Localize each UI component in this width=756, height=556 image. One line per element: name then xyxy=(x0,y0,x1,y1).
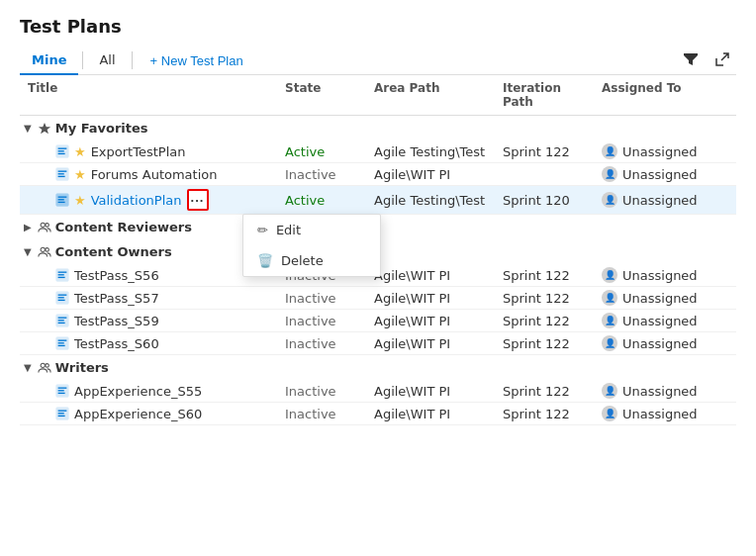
svg-rect-11 xyxy=(58,202,65,203)
svg-point-32 xyxy=(41,363,45,367)
tab-divider xyxy=(82,51,83,69)
row-iteration-cell: Sprint 122 xyxy=(495,144,594,159)
svg-rect-27 xyxy=(58,323,65,324)
iteration-value: Sprint 122 xyxy=(503,407,570,421)
svg-rect-41 xyxy=(58,416,65,417)
area-path-value: Agile\WIT PI xyxy=(374,384,450,399)
table-row: TestPass_S57 Inactive Agile\WIT PI Sprin… xyxy=(20,287,736,310)
iteration-value: Sprint 122 xyxy=(503,336,570,351)
row-plan-name[interactable]: Forums Automation xyxy=(91,167,218,182)
tab-mine[interactable]: Mine xyxy=(20,46,78,75)
assigned-value: Unassigned xyxy=(622,314,698,328)
star-icon-filled[interactable]: ★ xyxy=(74,144,86,159)
state-value: Inactive xyxy=(285,291,336,306)
svg-point-33 xyxy=(46,363,49,367)
svg-rect-37 xyxy=(58,393,65,394)
section-my-favorites[interactable]: ▼ My Favorites xyxy=(20,116,736,140)
test-plan-icon xyxy=(55,193,69,207)
table-row-validation-plan: ★ ValidationPlan ··· Active Agile Testin… xyxy=(20,186,736,215)
test-plan-icon xyxy=(55,167,69,181)
row-state-cell: Inactive xyxy=(277,336,366,351)
svg-rect-39 xyxy=(58,411,67,412)
row-assigned-cell: 👤 Unassigned xyxy=(594,335,712,351)
user-avatar-icon: 👤 xyxy=(602,383,617,399)
row-plan-name[interactable]: TestPass_S59 xyxy=(74,314,159,328)
row-assigned-cell: 👤 Unassigned xyxy=(594,267,712,283)
col-state: State xyxy=(277,81,366,109)
state-value: Inactive xyxy=(285,407,336,421)
group-section-icon xyxy=(38,221,51,234)
table-header: Title State Area Path Iteration Path Ass… xyxy=(20,75,736,116)
row-assigned-cell: 👤 Unassigned xyxy=(594,406,712,421)
filter-icon[interactable] xyxy=(681,49,701,72)
page-title: Test Plans xyxy=(20,16,736,37)
star-icon-filled[interactable]: ★ xyxy=(74,193,86,208)
row-assigned-cell: 👤 Unassigned xyxy=(594,383,712,399)
svg-rect-2 xyxy=(58,150,64,151)
svg-point-14 xyxy=(41,247,45,251)
row-iteration-cell: Sprint 120 xyxy=(495,193,594,208)
star-icon-filled[interactable]: ★ xyxy=(74,167,86,182)
context-menu-edit[interactable]: ✏️ Edit xyxy=(243,215,380,245)
row-plan-name[interactable]: TestPass_S60 xyxy=(74,336,159,351)
toolbar: Mine All + New Test Plan xyxy=(20,46,736,75)
tab-all[interactable]: All xyxy=(87,46,127,75)
state-value: Inactive xyxy=(285,336,336,351)
row-assigned-cell: 👤 Unassigned xyxy=(594,313,712,328)
svg-rect-25 xyxy=(58,318,67,319)
section-arrow-owners: ▼ xyxy=(24,246,32,257)
svg-rect-35 xyxy=(58,388,67,389)
row-assigned-cell: 👤 Unassigned xyxy=(594,192,712,208)
table-row: AppExperience_S55 Inactive Agile\WIT PI … xyxy=(20,380,736,403)
favorites-section-icon xyxy=(38,122,51,136)
row-iteration-cell: Sprint 122 xyxy=(495,268,594,283)
ellipsis-menu-button[interactable]: ··· xyxy=(187,189,209,211)
row-area-cell: Agile\WIT PI xyxy=(366,384,495,399)
svg-point-12 xyxy=(41,223,45,227)
row-plan-name[interactable]: ExportTestPlan xyxy=(91,144,186,159)
svg-rect-36 xyxy=(58,390,64,391)
iteration-value: Sprint 122 xyxy=(503,268,570,283)
edit-label: Edit xyxy=(276,223,301,237)
row-assigned-cell: 👤 Unassigned xyxy=(594,290,712,306)
row-title-cell: ★ Forums Automation xyxy=(20,167,277,182)
area-path-value: Agile\WIT PI xyxy=(374,268,450,283)
area-path-value: Agile\WIT PI xyxy=(374,314,450,328)
new-test-plan-button[interactable]: + New Test Plan xyxy=(141,49,253,72)
row-plan-name[interactable]: TestPass_S57 xyxy=(74,291,159,306)
assigned-value: Unassigned xyxy=(622,144,698,159)
row-state-cell: Inactive xyxy=(277,407,366,421)
row-title-cell: TestPass_S60 xyxy=(20,336,277,351)
group-section-icon-writers xyxy=(38,361,51,375)
group-section-icon-owners xyxy=(38,245,51,259)
iteration-value: Sprint 122 xyxy=(503,314,570,328)
area-path-value: Agile Testing\Test xyxy=(374,144,485,159)
delete-label: Delete xyxy=(281,253,324,268)
state-value: Inactive xyxy=(285,314,336,328)
state-value: Active xyxy=(285,193,325,208)
row-title-cell: ★ ValidationPlan ··· xyxy=(20,189,277,211)
expand-icon[interactable] xyxy=(712,49,732,72)
context-menu-delete[interactable]: 🗑️ Delete xyxy=(243,245,380,276)
section-arrow-favorites: ▼ xyxy=(24,123,32,134)
area-path-value: Agile\WIT PI xyxy=(374,336,450,351)
row-plan-name-link[interactable]: ValidationPlan xyxy=(91,193,182,208)
state-value: Inactive xyxy=(285,167,336,182)
svg-rect-23 xyxy=(58,300,65,301)
row-plan-name[interactable]: TestPass_S56 xyxy=(74,268,159,283)
area-path-value: Agile\WIT PI xyxy=(374,291,450,306)
user-avatar-icon: 👤 xyxy=(602,290,617,306)
tab-divider-2 xyxy=(132,51,133,69)
svg-point-15 xyxy=(46,247,49,251)
row-state-cell: Active xyxy=(277,144,366,159)
svg-rect-19 xyxy=(58,277,65,278)
row-state-cell: Active xyxy=(277,193,366,208)
row-plan-name[interactable]: AppExperience_S60 xyxy=(74,407,202,421)
svg-rect-26 xyxy=(58,320,64,321)
row-plan-name[interactable]: AppExperience_S55 xyxy=(74,384,202,399)
row-area-cell: Agile\WIT PI xyxy=(366,336,495,351)
row-area-cell: Agile Testing\Test xyxy=(366,193,495,208)
section-writers[interactable]: ▼ Writers xyxy=(20,355,736,380)
user-avatar-icon: 👤 xyxy=(602,406,617,421)
row-title-cell: ★ ExportTestPlan xyxy=(20,144,277,159)
